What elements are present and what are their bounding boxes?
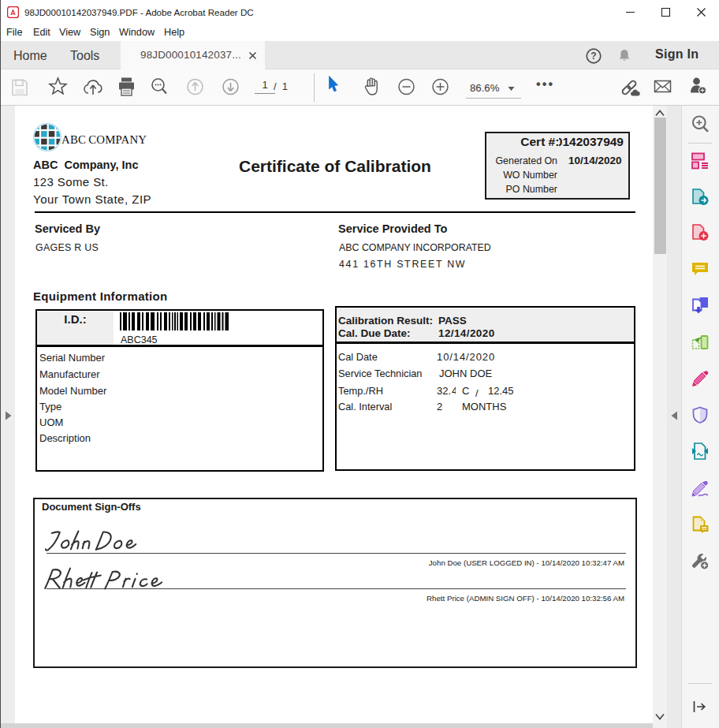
svg-text:?: ? (590, 50, 596, 62)
